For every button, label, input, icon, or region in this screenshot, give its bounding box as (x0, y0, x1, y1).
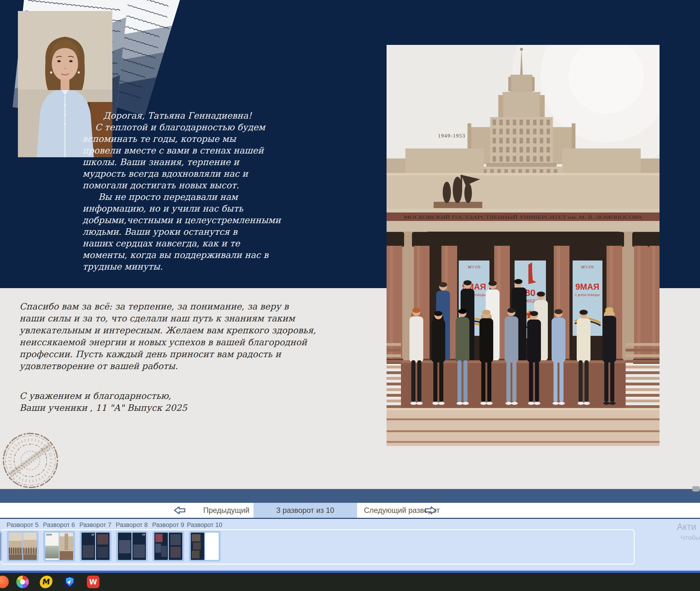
thumbnail-spread-7[interactable]: 25 (80, 531, 112, 562)
script-line: людьми. Ваши уроки останутся в (82, 226, 239, 238)
thumbnail-spread-9[interactable] (152, 531, 184, 562)
taskbar-top-line (0, 571, 700, 573)
script-line: помогали достигать новых высот. (82, 180, 239, 191)
spread-counter: 3 разворот из 10 (254, 503, 357, 518)
thumbnail-spread-8[interactable]: 25 (116, 531, 148, 562)
svg-text:МГУ 270: МГУ 270 (468, 266, 480, 269)
script-line: моменты, когда вы поддерживали нас в (82, 249, 239, 261)
script-line: вспоминать те годы, которые мы (82, 133, 239, 145)
thumbnail-page (23, 533, 37, 560)
thumbnail-label: Разворот 9 (152, 521, 184, 529)
script-line: Вы не просто передавали нам (82, 191, 239, 203)
previous-spread-button[interactable]: Предыдущий разворот (179, 503, 250, 518)
frieze-inscription: МОСКОВСКИЙ ГОСУДАРСТВЕННЫЙ УНИВЕРСИТЕТ и… (404, 215, 642, 220)
script-line: С уважением и благодарностью, (19, 390, 208, 402)
viewer-toolbar-band (0, 489, 700, 503)
script-line: увлекательным и интересным. Желаем вам к… (19, 325, 258, 336)
red-wps-icon[interactable]: W (87, 576, 99, 588)
thumbnail-page (118, 533, 132, 560)
scrollbar-nub[interactable] (692, 486, 700, 491)
script-line: Дорогая, Татьяна Геннадиевна! (82, 110, 239, 122)
thumbnail-page: 25 (132, 533, 146, 560)
thumbnail-page (9, 533, 22, 560)
thumbnail-page (191, 533, 204, 560)
signature-text-block: С уважением и благодарностью,Ваши ученик… (19, 390, 208, 414)
app-window: Дорогая, Татьяна Геннадиевна!С теплотой … (0, 0, 700, 591)
script-line: трудные минуты. (82, 261, 239, 272)
thumbnail-page (154, 533, 168, 560)
msu-building-students-photo: 1949-1953 МОСКОВСКИЙ ГОСУДАРСТВЕННЫЙ УНИ… (387, 45, 659, 446)
script-line: информацию, но и учили нас быть (82, 203, 239, 214)
svg-text:МГУ 270: МГУ 270 (581, 266, 593, 269)
thumbnail-label: Разворот 6 (43, 521, 75, 529)
script-line: профессии. Пусть каждый день приносит ва… (19, 348, 258, 360)
windows-activation-watermark-line2: Чтобы (681, 534, 700, 541)
thumbnail-label: Разворот 7 (79, 521, 112, 529)
script-line: школы. Ваши знания, терпение и (82, 156, 239, 168)
script-line: неиссякаемой энергии и новых успехов в в… (19, 336, 258, 348)
thumbnail-spread-10[interactable] (189, 531, 221, 562)
script-line: наши силы и за то, что сделали наш путь … (19, 313, 258, 325)
script-line: наших сердцах навсегда, как и те (82, 238, 239, 249)
thumbnail-page (205, 533, 219, 560)
script-line: Спасибо вам за всё: за терпение, за пони… (19, 301, 258, 313)
thumbnail-page (169, 533, 182, 560)
script-line: С теплотой и благодарностью будем (82, 122, 239, 133)
windows-activation-watermark-line1: Акти (677, 522, 696, 532)
thumbnail-label: Разворот 5 (7, 521, 39, 529)
thumbnail-spread-6[interactable]: 2025 (43, 531, 75, 562)
svg-text:80: 80 (525, 287, 535, 298)
thumbnail-label: Разворот 10 (187, 521, 222, 529)
script-line: провели вместе с вами в стенах нашей (82, 145, 239, 156)
script-line: Ваши ученики , 11 "А" Выпуск 2025 (19, 402, 208, 414)
thumbnail-page (60, 533, 73, 560)
windows-taskbar (0, 573, 700, 591)
thumbnail-page (96, 533, 110, 560)
thumbnail-page: 2025 (45, 533, 59, 560)
script-line: добрыми,честными и целеустремленными (82, 214, 239, 226)
thumbnail-page: 25 (82, 533, 95, 560)
svg-text:С ДНЕМ ПОБЕДЫ!: С ДНЕМ ПОБЕДЫ! (575, 293, 600, 297)
thanks-text-block: Спасибо вам за всё: за терпение, за пони… (19, 301, 258, 372)
script-line: удовлетворение от вашей работы. (19, 360, 258, 372)
svg-text:9МАЯ: 9МАЯ (575, 282, 599, 291)
blue-shield-icon[interactable] (63, 576, 76, 588)
script-line: мудрость всегда вдохновляли нас и (82, 168, 239, 180)
next-arrow-icon[interactable] (424, 506, 437, 515)
greeting-text-block: Дорогая, Татьяна Геннадиевна!С теплотой … (82, 110, 239, 272)
rainbow-swirl-icon[interactable] (16, 576, 29, 588)
years-plaque-text: 1949-1953 (438, 133, 465, 138)
thumbnail-spread-5[interactable] (7, 531, 39, 562)
thumbnail-spread-4-partial[interactable] (0, 531, 2, 562)
thumbnail-label: Разворот 8 (116, 521, 148, 529)
